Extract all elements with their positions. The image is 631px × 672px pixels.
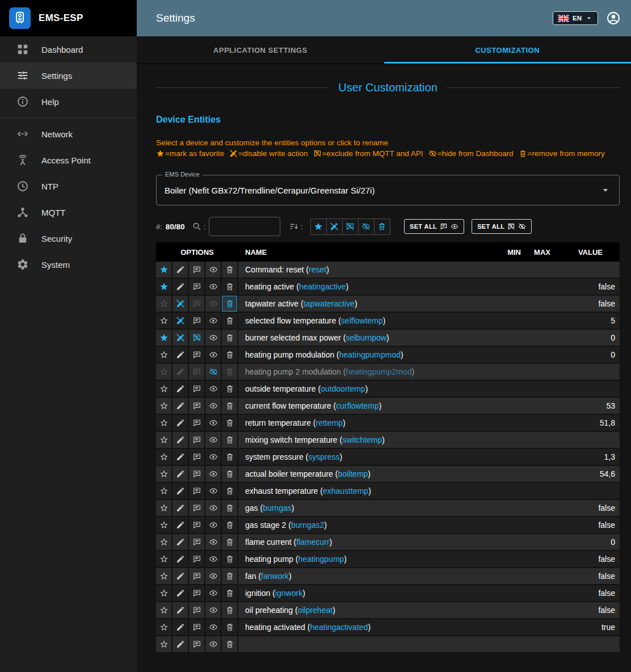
mqtt-exclude-toggle[interactable] — [189, 313, 205, 329]
hide-dashboard-toggle[interactable] — [205, 568, 222, 584]
filter-eye-off-toggle[interactable] — [358, 219, 375, 235]
favorite-toggle[interactable] — [156, 568, 173, 584]
favorite-toggle[interactable] — [156, 636, 173, 652]
disable-write-toggle[interactable] — [173, 602, 189, 618]
entity-name[interactable]: burner selected max power (selburnpow) — [245, 333, 389, 342]
entity-name[interactable]: outside temperature (outdoortemp) — [245, 384, 368, 393]
hide-dashboard-toggle[interactable] — [205, 466, 222, 482]
remove-memory-toggle[interactable] — [222, 500, 238, 516]
hide-dashboard-toggle[interactable] — [205, 551, 222, 567]
mqtt-exclude-toggle[interactable] — [189, 279, 205, 295]
disable-write-toggle[interactable] — [173, 262, 189, 278]
favorite-toggle[interactable] — [156, 602, 173, 618]
sidebar-item-access-point[interactable]: Access Point — [0, 147, 137, 173]
hide-dashboard-toggle[interactable] — [205, 483, 222, 499]
mqtt-exclude-toggle[interactable] — [189, 500, 205, 516]
entity-code-link[interactable]: heatingpumpmod — [339, 350, 401, 359]
entity-name[interactable]: heating activated (heatingactivated) — [245, 623, 371, 632]
remove-memory-toggle[interactable] — [222, 466, 238, 482]
hide-dashboard-toggle[interactable] — [205, 449, 222, 465]
entity-code-link[interactable]: oilpreheat — [298, 606, 333, 615]
hide-dashboard-toggle[interactable] — [205, 619, 222, 635]
entity-name[interactable]: heating active (heatingactive) — [245, 282, 348, 291]
remove-memory-toggle[interactable] — [222, 551, 238, 567]
remove-memory-toggle[interactable] — [222, 483, 238, 499]
favorite-toggle[interactable] — [156, 551, 173, 567]
entity-name[interactable]: current flow temperature (curflowtemp) — [245, 401, 381, 410]
mqtt-exclude-toggle[interactable] — [189, 364, 205, 380]
entity-code-link[interactable]: syspress — [308, 452, 339, 461]
hide-dashboard-toggle[interactable] — [205, 262, 222, 278]
disable-write-toggle[interactable] — [173, 483, 189, 499]
mqtt-exclude-toggle[interactable] — [189, 517, 205, 533]
favorite-toggle[interactable] — [156, 415, 173, 431]
mqtt-exclude-toggle[interactable] — [189, 636, 205, 652]
mqtt-exclude-toggle[interactable] — [189, 347, 205, 363]
mqtt-exclude-toggle[interactable] — [189, 568, 205, 584]
hide-dashboard-toggle[interactable] — [205, 381, 222, 397]
entity-code-link[interactable]: heatingactive — [299, 282, 346, 291]
entity-code-link[interactable]: rettemp — [316, 418, 343, 427]
mqtt-exclude-toggle[interactable] — [189, 432, 205, 448]
entity-code-link[interactable]: heatingactivated — [310, 623, 368, 632]
disable-write-toggle[interactable] — [173, 500, 189, 516]
entity-code-link[interactable]: burngas — [263, 503, 292, 513]
tab-customization[interactable]: CUSTOMIZATION — [384, 36, 631, 64]
mqtt-exclude-toggle[interactable] — [189, 585, 205, 601]
sidebar-item-ntp[interactable]: NTP — [0, 173, 137, 199]
mqtt-exclude-toggle[interactable] — [189, 330, 205, 346]
mqtt-exclude-toggle[interactable] — [189, 381, 205, 397]
hide-dashboard-toggle[interactable] — [205, 313, 222, 329]
favorite-toggle[interactable] — [156, 432, 173, 448]
hide-dashboard-toggle[interactable] — [205, 432, 222, 448]
entity-code-link[interactable]: fanwork — [261, 572, 289, 581]
account-icon[interactable] — [606, 11, 621, 26]
favorite-toggle[interactable] — [156, 619, 173, 635]
entity-code-link[interactable]: tapwateractive — [304, 299, 355, 308]
mqtt-exclude-toggle[interactable] — [189, 296, 205, 312]
remove-memory-toggle[interactable] — [222, 262, 238, 278]
sidebar-item-mqtt[interactable]: MQTT — [0, 199, 137, 225]
remove-memory-toggle[interactable] — [222, 619, 238, 635]
disable-write-toggle[interactable] — [173, 296, 189, 312]
hide-dashboard-toggle[interactable] — [205, 415, 222, 431]
favorite-toggle[interactable] — [156, 262, 173, 278]
favorite-toggle[interactable] — [156, 585, 173, 601]
remove-memory-toggle[interactable] — [222, 636, 238, 652]
mqtt-exclude-toggle[interactable] — [189, 551, 205, 567]
entity-name[interactable]: exhaust temperature (exhausttemp) — [245, 486, 371, 495]
entity-code-link[interactable]: reset — [309, 265, 326, 274]
hide-dashboard-toggle[interactable] — [205, 330, 222, 346]
entity-name[interactable]: heating pump (heatingpump) — [245, 555, 347, 564]
entity-name[interactable]: system pressure (syspress) — [245, 452, 342, 461]
disable-write-toggle[interactable] — [173, 466, 189, 482]
remove-memory-toggle[interactable] — [222, 568, 238, 584]
favorite-toggle[interactable] — [156, 313, 173, 329]
favorite-toggle[interactable] — [156, 483, 173, 499]
entity-code-link[interactable]: boiltemp — [338, 469, 368, 478]
disable-write-toggle[interactable] — [173, 330, 189, 346]
favorite-toggle[interactable] — [156, 449, 173, 465]
language-selector[interactable]: EN — [553, 11, 598, 25]
remove-memory-toggle[interactable] — [222, 432, 238, 448]
filter-star-filled-toggle[interactable] — [310, 219, 327, 235]
disable-write-toggle[interactable] — [173, 619, 189, 635]
set-all-hide-button[interactable]: SET ALL — [472, 219, 532, 234]
remove-memory-toggle[interactable] — [222, 330, 238, 346]
disable-write-toggle[interactable] — [173, 551, 189, 567]
hide-dashboard-toggle[interactable] — [205, 517, 222, 533]
entity-name[interactable]: gas stage 2 (burngas2) — [245, 520, 327, 530]
hide-dashboard-toggle[interactable] — [205, 296, 222, 312]
remove-memory-toggle[interactable] — [222, 534, 238, 550]
favorite-toggle[interactable] — [156, 534, 173, 550]
entity-name[interactable]: fan (fanwork) — [245, 572, 292, 581]
disable-write-toggle[interactable] — [173, 398, 189, 414]
favorite-toggle[interactable] — [156, 296, 173, 312]
entity-name[interactable]: actual boiler temperature (boiltemp) — [245, 469, 371, 478]
entity-code-link[interactable]: exhausttemp — [323, 486, 368, 495]
remove-memory-toggle[interactable] — [222, 296, 238, 312]
remove-memory-toggle[interactable] — [222, 398, 238, 414]
sidebar-item-network[interactable]: Network — [0, 121, 137, 147]
remove-memory-toggle[interactable] — [222, 381, 238, 397]
mqtt-exclude-toggle[interactable] — [189, 415, 205, 431]
